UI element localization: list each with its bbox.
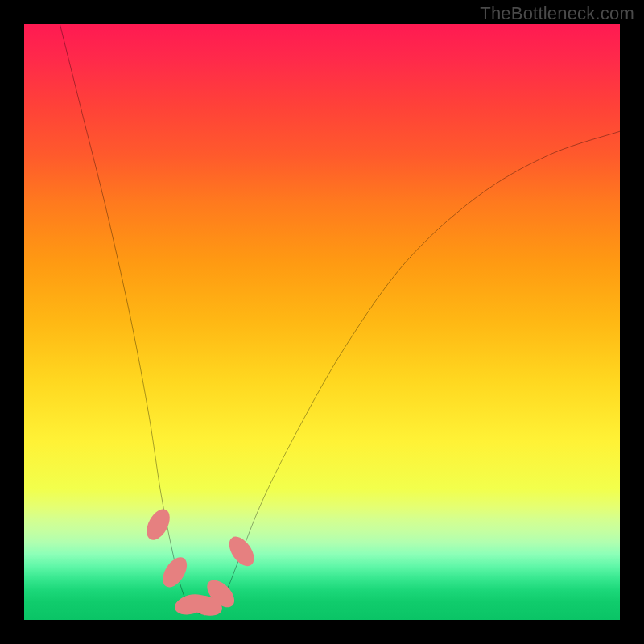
watermark-text: TheBottleneck.com <box>480 3 634 24</box>
curve-layer <box>24 24 620 620</box>
bottleneck-curve <box>60 24 620 614</box>
chart-container: TheBottleneck.com <box>0 0 644 644</box>
highlight-markers <box>142 506 258 619</box>
marker-6 <box>225 532 259 571</box>
plot-area <box>24 24 620 620</box>
marker-2 <box>158 553 192 592</box>
